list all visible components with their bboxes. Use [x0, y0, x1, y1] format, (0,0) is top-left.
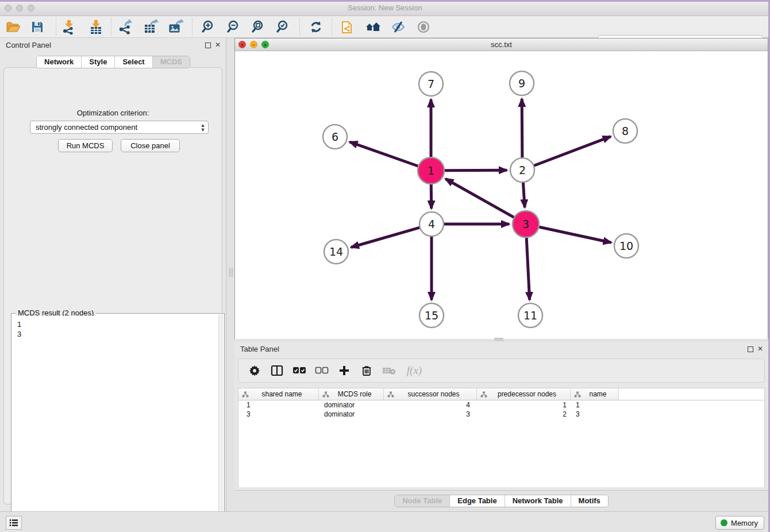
- refresh-layout-icon[interactable]: [308, 19, 324, 35]
- select-all-checked-icon[interactable]: [292, 364, 306, 377]
- delete-column-icon[interactable]: [360, 364, 374, 377]
- close-panel-button[interactable]: Close panel: [121, 139, 180, 152]
- float-table-panel-icon[interactable]: [748, 346, 753, 352]
- control-panel-title: Control Panel: [6, 41, 51, 49]
- graph-edge-3-1[interactable]: [445, 179, 515, 218]
- memory-button[interactable]: Memory: [715, 516, 764, 530]
- split-columns-icon[interactable]: [270, 364, 284, 377]
- graph-node-6[interactable]: 6: [323, 125, 347, 149]
- graph-edge-3-10[interactable]: [538, 226, 611, 242]
- float-panel-icon[interactable]: [205, 43, 211, 48]
- table-row[interactable]: 3dominator323: [238, 410, 764, 419]
- tab-node-table[interactable]: Node Table: [395, 495, 449, 507]
- network-window-title: scc.txt: [235, 40, 768, 49]
- zoom-in-icon[interactable]: [201, 19, 217, 35]
- svg-text:2: 2: [519, 164, 526, 176]
- graph-node-3[interactable]: 3: [513, 211, 539, 237]
- graph-node-9[interactable]: 9: [510, 71, 534, 95]
- svg-text:6: 6: [332, 130, 338, 143]
- graph-node-15[interactable]: 15: [419, 303, 444, 327]
- svg-text:9: 9: [518, 77, 525, 90]
- toolbar-separator: [299, 18, 300, 36]
- table-cell[interactable]: dominator: [319, 410, 384, 419]
- svg-text:8: 8: [622, 125, 629, 137]
- mcds-result-list[interactable]: 13: [12, 316, 218, 532]
- mcds-tab-content: Optimization criterion: strongly connect…: [3, 67, 222, 504]
- result-scrollbar[interactable]: [218, 314, 224, 532]
- mcds-result-group: MCDS result (2 nodes) 13: [11, 313, 225, 532]
- column-header-predecessor-nodes[interactable]: predecessor nodes: [477, 388, 571, 400]
- graph-edge-3-11[interactable]: [526, 236, 530, 300]
- import-network-icon[interactable]: [61, 19, 77, 35]
- run-mcds-button[interactable]: Run MCDS: [58, 139, 113, 152]
- horizontal-splitter-grip[interactable]: [494, 338, 503, 341]
- table-cell[interactable]: 1: [238, 400, 319, 410]
- graph-node-7[interactable]: 7: [419, 72, 443, 96]
- graph-node-10[interactable]: 10: [614, 234, 638, 258]
- network-view-window: × − + scc.txt 7968124314101511: [234, 38, 768, 339]
- deselect-all-icon[interactable]: [315, 364, 329, 377]
- settings-gear-icon[interactable]: [248, 364, 261, 377]
- table-cell[interactable]: 3: [384, 410, 477, 419]
- table-cell[interactable]: 2: [477, 410, 571, 419]
- show-hidden-eye-icon[interactable]: [415, 19, 432, 35]
- import-table-icon[interactable]: [88, 19, 104, 35]
- graph-edge-4-14[interactable]: [351, 227, 421, 247]
- zoom-fit-icon[interactable]: [251, 19, 267, 35]
- dropdown-value: strongly connected component: [30, 123, 198, 132]
- svg-text:7: 7: [428, 78, 434, 90]
- graph-node-1[interactable]: 1: [418, 157, 444, 184]
- column-header-MCDS-role[interactable]: MCDS role: [319, 388, 384, 400]
- table-toolbar: f(x): [238, 358, 765, 383]
- table-cell[interactable]: 1: [571, 400, 619, 410]
- task-history-button[interactable]: [6, 516, 22, 530]
- tab-style[interactable]: Style: [81, 56, 114, 68]
- graph-node-11[interactable]: 11: [518, 303, 542, 327]
- tab-network[interactable]: Network: [37, 56, 81, 68]
- toolbar-separator: [192, 18, 192, 36]
- table-cell[interactable]: 3: [238, 410, 319, 419]
- graph-edge-1-2[interactable]: [443, 170, 507, 171]
- table-cell[interactable]: 3: [571, 410, 619, 419]
- graph-edge-2-8[interactable]: [533, 137, 611, 167]
- add-column-icon[interactable]: [337, 364, 351, 377]
- close-panel-icon[interactable]: ✕: [214, 41, 221, 48]
- column-header-name[interactable]: name: [571, 388, 619, 400]
- graph-edge-2-9[interactable]: [522, 99, 522, 159]
- graph-node-4[interactable]: 4: [419, 212, 444, 236]
- column-header-successor-nodes[interactable]: successor nodes: [384, 388, 477, 400]
- open-session-icon[interactable]: [5, 19, 21, 35]
- table-cell[interactable]: 4: [384, 400, 477, 410]
- tab-motifs[interactable]: Motifs: [571, 495, 608, 507]
- toolbar-separator: [111, 18, 111, 36]
- network-canvas[interactable]: 7968124314101511: [235, 51, 768, 339]
- close-table-panel-icon[interactable]: ✕: [757, 345, 764, 352]
- column-header-shared-name[interactable]: shared name: [238, 388, 319, 400]
- tab-network-table[interactable]: Network Table: [505, 495, 571, 507]
- graph-edge-2-3[interactable]: [523, 181, 525, 207]
- zoom-out-icon[interactable]: [226, 19, 242, 35]
- control-panel-tabs: NetworkStyleSelectMCDS: [0, 56, 226, 68]
- export-table-icon[interactable]: [143, 19, 159, 35]
- optimization-criterion-dropdown[interactable]: strongly connected component ▲▼: [30, 121, 209, 134]
- export-network-icon[interactable]: [118, 19, 134, 35]
- table-cell[interactable]: dominator: [319, 400, 384, 410]
- tab-select[interactable]: Select: [114, 56, 152, 68]
- graph-node-14[interactable]: 14: [324, 240, 348, 264]
- table-panel-title: Table Panel: [240, 345, 279, 353]
- table-tab-strip: Node TableEdge TableNetwork TableMotifs: [234, 490, 768, 511]
- vertical-splitter-grip[interactable]: [229, 268, 233, 277]
- home-overview-icon[interactable]: [365, 19, 381, 35]
- tab-mcds[interactable]: MCDS: [152, 56, 190, 68]
- graph-node-8[interactable]: 8: [613, 119, 637, 143]
- network-document-icon[interactable]: [340, 19, 356, 35]
- save-session-icon[interactable]: [29, 19, 45, 35]
- graph-node-2[interactable]: 2: [510, 158, 534, 182]
- zoom-selected-icon[interactable]: [275, 19, 291, 35]
- table-cell[interactable]: 1: [477, 400, 571, 410]
- hide-selected-icon[interactable]: [390, 19, 406, 35]
- export-image-icon[interactable]: [168, 19, 184, 35]
- tab-edge-table[interactable]: Edge Table: [449, 495, 504, 507]
- graph-edge-1-6[interactable]: [349, 142, 419, 167]
- table-row[interactable]: 1dominator411: [238, 400, 764, 410]
